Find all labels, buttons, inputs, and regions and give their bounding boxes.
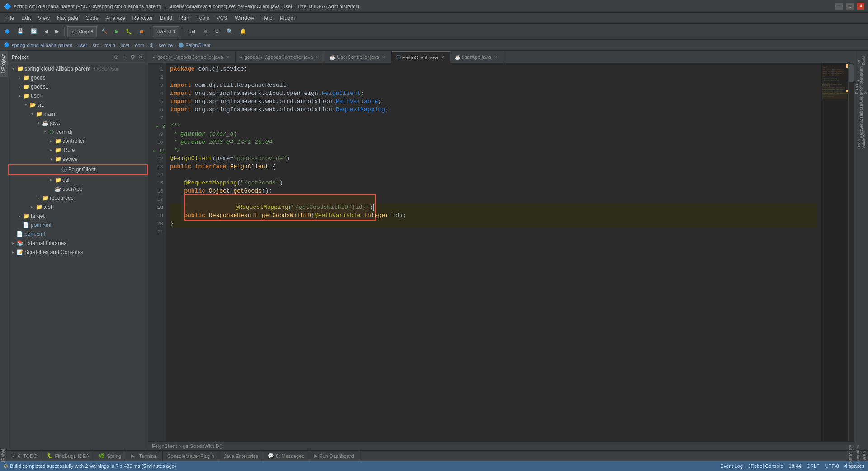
menu-navigate[interactable]: Navigate bbox=[53, 14, 82, 22]
tree-resources-arrow[interactable]: ▸ bbox=[35, 195, 42, 201]
project-close-btn[interactable]: ✕ bbox=[137, 53, 144, 61]
tree-lrule[interactable]: ▸ 📁 lRule bbox=[8, 146, 148, 155]
tree-resources[interactable]: ▸ 📁 resources bbox=[8, 193, 148, 203]
project-add-btn[interactable]: ⊕ bbox=[113, 53, 120, 61]
tab-close-goods[interactable]: ✕ bbox=[225, 54, 231, 60]
breadcrumb-root[interactable]: spring-cloud-alibaba-parent bbox=[12, 42, 72, 48]
todo-tab[interactable]: ☑ 6: TODO bbox=[7, 451, 42, 462]
scrollbar-thumb[interactable] bbox=[849, 64, 854, 82]
tree-sevice[interactable]: ▾ 📁 sevice bbox=[8, 155, 148, 164]
breadcrumb-main[interactable]: main bbox=[104, 42, 115, 48]
toolbar-project-dropdown[interactable]: userApp ▾ bbox=[67, 26, 97, 37]
tree-target[interactable]: ▸ 📁 target bbox=[8, 212, 148, 221]
tree-main-arrow[interactable]: ▾ bbox=[29, 111, 35, 117]
tree-src-arrow[interactable]: ▾ bbox=[23, 102, 29, 108]
tree-goods[interactable]: ▸ 📁 goods bbox=[8, 73, 148, 82]
toolbar-sync-btn[interactable]: 🔄 bbox=[28, 26, 40, 37]
minimize-button[interactable]: ─ bbox=[835, 3, 843, 10]
tree-main[interactable]: ▾ 📁 main bbox=[8, 109, 148, 118]
tab-close-feign[interactable]: ✕ bbox=[440, 55, 445, 60]
project-sidebar-label[interactable]: 1:Project bbox=[0, 51, 8, 77]
promoter-btn[interactable]: Friendly Promoter X bbox=[855, 80, 868, 92]
menu-vcs[interactable]: VCS bbox=[213, 14, 231, 22]
tree-ext-arrow[interactable]: ▸ bbox=[10, 240, 16, 246]
toolbar-jrebel-dropdown[interactable]: JRebel ▾ bbox=[153, 26, 179, 37]
status-crlf[interactable]: CRLF bbox=[807, 463, 820, 469]
menu-help[interactable]: Help bbox=[258, 14, 276, 22]
breadcrumb-feign-name[interactable]: FeignClient bbox=[185, 42, 211, 48]
tree-pom-user[interactable]: 📄 pom.xml bbox=[8, 221, 148, 230]
toolbar-run-btn[interactable]: ▶ bbox=[112, 26, 121, 37]
code-editor[interactable]: 1 2 3 4 5 6 7 ▸ 8 9 10 ▸ 11 12 13 14 15 … bbox=[148, 63, 854, 441]
tab-goods1-controller[interactable]: ● goods1\...\goodsController.java ✕ bbox=[236, 51, 326, 63]
tree-util[interactable]: ▸ 📁 util bbox=[8, 175, 148, 184]
scrollbar-vertical[interactable] bbox=[848, 63, 854, 441]
breadcrumb-java[interactable]: java bbox=[121, 42, 130, 48]
tree-sevice-arrow[interactable]: ▾ bbox=[48, 156, 54, 162]
tab-close-user[interactable]: ✕ bbox=[381, 54, 387, 60]
toolbar-settings-btn[interactable]: ⚙ bbox=[212, 26, 222, 37]
project-gear-btn[interactable]: ⚙ bbox=[129, 53, 136, 61]
code-content[interactable]: package com.dj.sevice; import com.dj.uti… bbox=[166, 63, 821, 441]
menu-run[interactable]: Run bbox=[176, 14, 193, 22]
tree-comdj-arrow[interactable]: ▾ bbox=[42, 129, 48, 135]
breadcrumb-src[interactable]: src bbox=[93, 42, 99, 48]
toolbar-tail-btn[interactable]: Tail bbox=[185, 26, 198, 37]
tree-external-libs[interactable]: ▸ 📚 External Libraries bbox=[8, 239, 148, 248]
toolbar-save-btn[interactable]: 💾 bbox=[14, 26, 26, 37]
menu-plugin[interactable]: Plugin bbox=[276, 14, 298, 22]
menu-view[interactable]: View bbox=[34, 14, 53, 22]
tree-java[interactable]: ▾ ☕ java bbox=[8, 118, 148, 127]
tab-goods-controller[interactable]: ● goods\...\goodsController.java ✕ bbox=[148, 51, 236, 63]
tree-test[interactable]: ▸ 📁 test bbox=[8, 203, 148, 212]
tree-goods1-arrow[interactable]: ▸ bbox=[16, 84, 23, 90]
status-encoding[interactable]: UTF-8 bbox=[825, 463, 839, 469]
javaenterprise-tab[interactable]: Java Enterprise bbox=[219, 451, 263, 462]
menu-edit[interactable]: Edit bbox=[18, 14, 34, 22]
beanvalidation-btn[interactable]: Bean Validation bbox=[855, 134, 868, 146]
favorites-side-btn[interactable]: 2:Favorites bbox=[854, 444, 861, 468]
toolbar-build-btn[interactable]: 🔨 bbox=[99, 26, 110, 37]
spring-tab[interactable]: 🌿 Spring bbox=[94, 451, 126, 462]
tab-close-goods1[interactable]: ✕ bbox=[315, 54, 320, 60]
structure-side-btn[interactable]: 2:Structure bbox=[847, 444, 854, 468]
messages-tab[interactable]: 💬 0: Messages bbox=[263, 451, 309, 462]
menu-build[interactable]: Build bbox=[156, 14, 176, 22]
tree-user-arrow[interactable]: ▾ bbox=[16, 93, 23, 99]
tree-controller-arrow[interactable]: ▸ bbox=[48, 138, 54, 144]
tree-src[interactable]: ▾ 📂 src bbox=[8, 100, 148, 109]
tree-util-arrow[interactable]: ▸ bbox=[48, 177, 54, 183]
tab-user-app[interactable]: ☕ userApp.java ✕ bbox=[450, 51, 503, 63]
toolbar-search-everywhere-btn[interactable]: 🔍 bbox=[224, 26, 236, 37]
jrebel-side-btn[interactable]: JRebel bbox=[0, 448, 7, 464]
tree-target-arrow[interactable]: ▸ bbox=[16, 213, 23, 219]
findbugs-tab[interactable]: 🐛 FindBugs-IDEA bbox=[42, 451, 94, 462]
menu-analyze[interactable]: Analyze bbox=[102, 14, 129, 22]
menu-refactor[interactable]: Refactor bbox=[129, 14, 156, 22]
breadcrumb-sevice[interactable]: sevice bbox=[159, 42, 173, 48]
toolbar-back-btn[interactable]: ◀ bbox=[42, 26, 51, 37]
close-button[interactable]: ✕ bbox=[857, 3, 864, 10]
tree-root[interactable]: ▾ 📁 spring-cloud-alibaba-parent H:\CSDN\… bbox=[8, 64, 148, 73]
tab-close-userapp[interactable]: ✕ bbox=[493, 54, 498, 60]
tree-userapp[interactable]: ☕ userApp bbox=[8, 184, 148, 193]
web-side-btn[interactable]: Web bbox=[861, 450, 868, 461]
tree-pom-root[interactable]: 📄 pom.xml bbox=[8, 230, 148, 239]
tree-test-arrow[interactable]: ▸ bbox=[29, 204, 35, 210]
jrebel-console-btn[interactable]: JRebel Console bbox=[748, 463, 783, 469]
tree-user[interactable]: ▾ 📁 user bbox=[8, 91, 148, 100]
tree-goods-arrow[interactable]: ▸ bbox=[16, 75, 23, 81]
menu-window[interactable]: Window bbox=[231, 14, 258, 22]
tree-java-arrow[interactable]: ▾ bbox=[35, 120, 42, 126]
toolbar-terminal-btn[interactable]: 🖥 bbox=[200, 26, 210, 37]
breadcrumb-user[interactable]: user bbox=[78, 42, 87, 48]
breadcrumb-feign[interactable]: ⬤ bbox=[178, 42, 184, 48]
menu-code[interactable]: Code bbox=[82, 14, 102, 22]
menu-file[interactable]: File bbox=[2, 14, 18, 22]
tree-goods1[interactable]: ▸ 📁 goods1 bbox=[8, 82, 148, 91]
toolbar-notification-btn[interactable]: 🔔 bbox=[237, 26, 249, 37]
toolbar-forward-btn[interactable]: ▶ bbox=[52, 26, 61, 37]
tree-controller[interactable]: ▸ 📁 controller bbox=[8, 137, 148, 146]
art-build-btn[interactable]: Art Build bbox=[855, 52, 868, 65]
tab-feign-client[interactable]: ⓘ FeignClient.java ✕ bbox=[392, 51, 450, 63]
